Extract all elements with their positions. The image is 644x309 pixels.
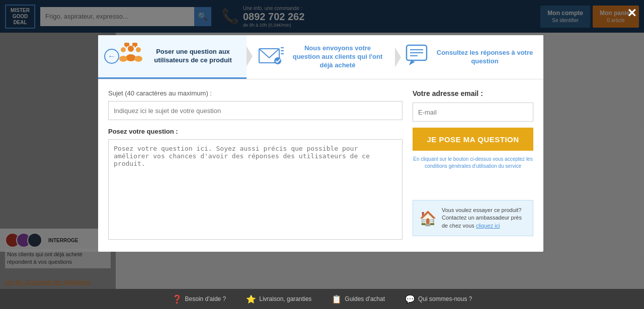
house-icon: 🏠	[419, 210, 437, 227]
subject-input[interactable]	[108, 101, 403, 120]
step-2: Nous envoyons votre question aux clients…	[247, 35, 395, 79]
ambassador-text: Vous voulez essayer ce produit? Contacte…	[442, 207, 527, 230]
svg-marker-7	[125, 46, 127, 48]
form-section: Sujet (40 caractères au maximum) : Posez…	[108, 89, 403, 242]
terms-text: En cliquant sur le bouton ci-dessus vous…	[413, 156, 533, 170]
step-1-icon	[118, 43, 143, 70]
help-icon: ❓	[172, 294, 182, 304]
footer-item-guides: 📋 Guides d'achat	[332, 294, 385, 304]
ambassador-link[interactable]: cliquez ici	[476, 223, 500, 229]
email-input[interactable]	[413, 102, 533, 122]
step-2-text: Nous envoyons votre question aux clients…	[290, 44, 385, 70]
step-1-text: Poser une question aux utilisateurs de c…	[149, 48, 236, 65]
footer-about-label[interactable]: Qui sommes-nous ?	[418, 295, 472, 302]
about-icon: 💬	[405, 294, 415, 304]
step-2-icon	[257, 44, 284, 71]
back-button[interactable]: ←	[104, 49, 119, 64]
svg-point-4	[136, 47, 141, 52]
question-textarea[interactable]	[108, 139, 403, 240]
svg-rect-6	[124, 43, 129, 46]
svg-point-1	[126, 54, 136, 61]
step-3: Consultez les réponses à votre question	[395, 35, 543, 79]
submit-button[interactable]: JE POSE MA QUESTION	[413, 128, 533, 151]
svg-marker-9	[134, 46, 136, 48]
close-button[interactable]: ×	[627, 5, 636, 20]
svg-point-3	[119, 56, 127, 62]
svg-point-2	[121, 47, 126, 52]
guides-icon: 📋	[332, 294, 342, 304]
svg-point-14	[274, 57, 281, 64]
right-panel: Votre adresse email : JE POSE MA QUESTIO…	[413, 89, 533, 242]
ambassador-box: 🏠 Vous voulez essayer ce produit? Contac…	[413, 200, 533, 236]
svg-point-5	[134, 56, 142, 62]
step-3-text: Consultez les réponses à votre question	[436, 49, 533, 66]
modal: ←	[98, 35, 543, 252]
footer-help-label[interactable]: Besoin d'aide ?	[185, 295, 226, 302]
footer-item-about: 💬 Qui sommes-nous ?	[405, 294, 472, 304]
steps-header: ←	[98, 35, 543, 79]
email-label: Votre adresse email :	[413, 89, 533, 97]
footer-item-help: ❓ Besoin d'aide ?	[172, 294, 226, 304]
svg-rect-8	[132, 43, 137, 46]
question-label: Posez votre question :	[108, 128, 403, 135]
svg-point-0	[128, 46, 134, 52]
footer-item-delivery: ⭐ Livraison, garanties	[246, 294, 311, 304]
step-2-arrow	[395, 47, 401, 67]
svg-marker-19	[409, 60, 415, 65]
step-3-icon	[405, 44, 430, 71]
footer-delivery-label[interactable]: Livraison, garanties	[259, 295, 311, 302]
subject-label: Sujet (40 caractères au maximum) :	[108, 89, 403, 97]
footer-guides-label[interactable]: Guides d'achat	[345, 295, 385, 302]
footer: ❓ Besoin d'aide ? ⭐ Livraison, garanties…	[0, 289, 644, 309]
step-1-arrow	[247, 46, 253, 66]
step-1: ←	[98, 35, 247, 79]
modal-body: Sujet (40 caractères au maximum) : Posez…	[98, 79, 543, 252]
star-icon: ⭐	[246, 294, 256, 304]
